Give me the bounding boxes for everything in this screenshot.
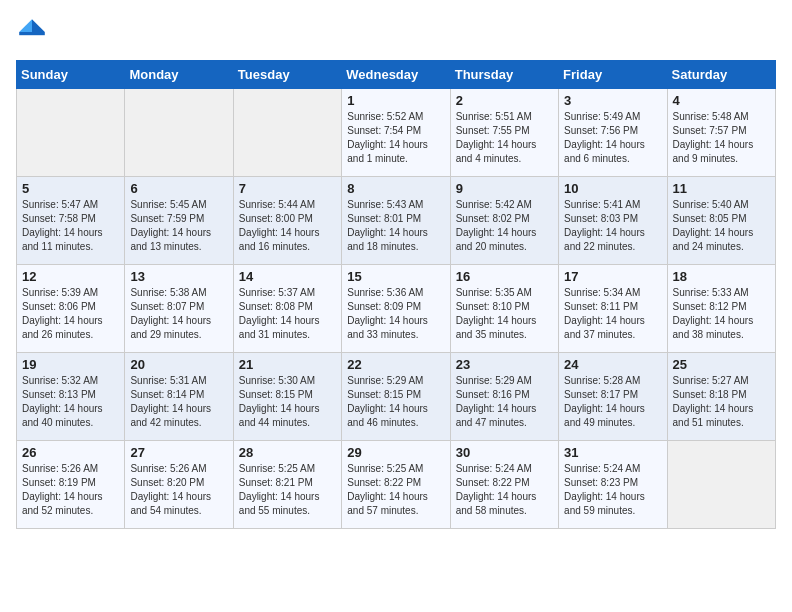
header-cell-tuesday: Tuesday bbox=[233, 61, 341, 89]
day-number: 24 bbox=[564, 357, 661, 372]
day-number: 3 bbox=[564, 93, 661, 108]
calendar-header-row: SundayMondayTuesdayWednesdayThursdayFrid… bbox=[17, 61, 776, 89]
calendar-cell bbox=[17, 89, 125, 177]
calendar-cell: 21Sunrise: 5:30 AMSunset: 8:15 PMDayligh… bbox=[233, 353, 341, 441]
calendar-cell: 23Sunrise: 5:29 AMSunset: 8:16 PMDayligh… bbox=[450, 353, 558, 441]
day-info: Sunrise: 5:33 AMSunset: 8:12 PMDaylight:… bbox=[673, 286, 770, 342]
calendar-cell: 7Sunrise: 5:44 AMSunset: 8:00 PMDaylight… bbox=[233, 177, 341, 265]
day-info: Sunrise: 5:47 AMSunset: 7:58 PMDaylight:… bbox=[22, 198, 119, 254]
calendar-cell: 13Sunrise: 5:38 AMSunset: 8:07 PMDayligh… bbox=[125, 265, 233, 353]
header-cell-sunday: Sunday bbox=[17, 61, 125, 89]
day-info: Sunrise: 5:29 AMSunset: 8:15 PMDaylight:… bbox=[347, 374, 444, 430]
day-info: Sunrise: 5:51 AMSunset: 7:55 PMDaylight:… bbox=[456, 110, 553, 166]
calendar-cell: 29Sunrise: 5:25 AMSunset: 8:22 PMDayligh… bbox=[342, 441, 450, 529]
day-number: 11 bbox=[673, 181, 770, 196]
calendar-cell: 24Sunrise: 5:28 AMSunset: 8:17 PMDayligh… bbox=[559, 353, 667, 441]
svg-marker-1 bbox=[19, 19, 32, 32]
day-info: Sunrise: 5:31 AMSunset: 8:14 PMDaylight:… bbox=[130, 374, 227, 430]
day-number: 21 bbox=[239, 357, 336, 372]
day-info: Sunrise: 5:39 AMSunset: 8:06 PMDaylight:… bbox=[22, 286, 119, 342]
day-info: Sunrise: 5:28 AMSunset: 8:17 PMDaylight:… bbox=[564, 374, 661, 430]
logo-icon bbox=[16, 16, 48, 48]
day-info: Sunrise: 5:41 AMSunset: 8:03 PMDaylight:… bbox=[564, 198, 661, 254]
header bbox=[16, 16, 776, 48]
day-number: 4 bbox=[673, 93, 770, 108]
calendar-cell: 14Sunrise: 5:37 AMSunset: 8:08 PMDayligh… bbox=[233, 265, 341, 353]
calendar-cell: 6Sunrise: 5:45 AMSunset: 7:59 PMDaylight… bbox=[125, 177, 233, 265]
day-number: 6 bbox=[130, 181, 227, 196]
header-cell-friday: Friday bbox=[559, 61, 667, 89]
calendar-cell: 31Sunrise: 5:24 AMSunset: 8:23 PMDayligh… bbox=[559, 441, 667, 529]
day-info: Sunrise: 5:37 AMSunset: 8:08 PMDaylight:… bbox=[239, 286, 336, 342]
day-number: 25 bbox=[673, 357, 770, 372]
day-number: 5 bbox=[22, 181, 119, 196]
day-info: Sunrise: 5:45 AMSunset: 7:59 PMDaylight:… bbox=[130, 198, 227, 254]
calendar-cell: 26Sunrise: 5:26 AMSunset: 8:19 PMDayligh… bbox=[17, 441, 125, 529]
day-number: 22 bbox=[347, 357, 444, 372]
day-info: Sunrise: 5:27 AMSunset: 8:18 PMDaylight:… bbox=[673, 374, 770, 430]
day-info: Sunrise: 5:25 AMSunset: 8:21 PMDaylight:… bbox=[239, 462, 336, 518]
calendar-week-2: 5Sunrise: 5:47 AMSunset: 7:58 PMDaylight… bbox=[17, 177, 776, 265]
calendar-cell: 12Sunrise: 5:39 AMSunset: 8:06 PMDayligh… bbox=[17, 265, 125, 353]
day-info: Sunrise: 5:42 AMSunset: 8:02 PMDaylight:… bbox=[456, 198, 553, 254]
day-number: 23 bbox=[456, 357, 553, 372]
day-number: 14 bbox=[239, 269, 336, 284]
day-number: 1 bbox=[347, 93, 444, 108]
day-number: 2 bbox=[456, 93, 553, 108]
calendar-cell: 3Sunrise: 5:49 AMSunset: 7:56 PMDaylight… bbox=[559, 89, 667, 177]
day-info: Sunrise: 5:26 AMSunset: 8:20 PMDaylight:… bbox=[130, 462, 227, 518]
calendar-cell: 16Sunrise: 5:35 AMSunset: 8:10 PMDayligh… bbox=[450, 265, 558, 353]
calendar-cell: 25Sunrise: 5:27 AMSunset: 8:18 PMDayligh… bbox=[667, 353, 775, 441]
day-number: 16 bbox=[456, 269, 553, 284]
day-number: 20 bbox=[130, 357, 227, 372]
calendar-week-1: 1Sunrise: 5:52 AMSunset: 7:54 PMDaylight… bbox=[17, 89, 776, 177]
calendar-cell: 27Sunrise: 5:26 AMSunset: 8:20 PMDayligh… bbox=[125, 441, 233, 529]
day-info: Sunrise: 5:40 AMSunset: 8:05 PMDaylight:… bbox=[673, 198, 770, 254]
svg-marker-0 bbox=[32, 19, 45, 32]
day-info: Sunrise: 5:44 AMSunset: 8:00 PMDaylight:… bbox=[239, 198, 336, 254]
calendar-cell: 8Sunrise: 5:43 AMSunset: 8:01 PMDaylight… bbox=[342, 177, 450, 265]
calendar-cell: 1Sunrise: 5:52 AMSunset: 7:54 PMDaylight… bbox=[342, 89, 450, 177]
day-number: 19 bbox=[22, 357, 119, 372]
day-number: 29 bbox=[347, 445, 444, 460]
day-info: Sunrise: 5:30 AMSunset: 8:15 PMDaylight:… bbox=[239, 374, 336, 430]
day-info: Sunrise: 5:38 AMSunset: 8:07 PMDaylight:… bbox=[130, 286, 227, 342]
day-info: Sunrise: 5:52 AMSunset: 7:54 PMDaylight:… bbox=[347, 110, 444, 166]
calendar-week-4: 19Sunrise: 5:32 AMSunset: 8:13 PMDayligh… bbox=[17, 353, 776, 441]
calendar-cell: 28Sunrise: 5:25 AMSunset: 8:21 PMDayligh… bbox=[233, 441, 341, 529]
calendar-body: 1Sunrise: 5:52 AMSunset: 7:54 PMDaylight… bbox=[17, 89, 776, 529]
day-number: 30 bbox=[456, 445, 553, 460]
header-cell-wednesday: Wednesday bbox=[342, 61, 450, 89]
day-info: Sunrise: 5:49 AMSunset: 7:56 PMDaylight:… bbox=[564, 110, 661, 166]
calendar-cell: 11Sunrise: 5:40 AMSunset: 8:05 PMDayligh… bbox=[667, 177, 775, 265]
day-number: 26 bbox=[22, 445, 119, 460]
day-info: Sunrise: 5:43 AMSunset: 8:01 PMDaylight:… bbox=[347, 198, 444, 254]
day-info: Sunrise: 5:35 AMSunset: 8:10 PMDaylight:… bbox=[456, 286, 553, 342]
day-info: Sunrise: 5:32 AMSunset: 8:13 PMDaylight:… bbox=[22, 374, 119, 430]
calendar-cell: 20Sunrise: 5:31 AMSunset: 8:14 PMDayligh… bbox=[125, 353, 233, 441]
day-number: 9 bbox=[456, 181, 553, 196]
day-number: 17 bbox=[564, 269, 661, 284]
day-number: 18 bbox=[673, 269, 770, 284]
calendar-cell: 17Sunrise: 5:34 AMSunset: 8:11 PMDayligh… bbox=[559, 265, 667, 353]
calendar-cell: 30Sunrise: 5:24 AMSunset: 8:22 PMDayligh… bbox=[450, 441, 558, 529]
day-info: Sunrise: 5:24 AMSunset: 8:22 PMDaylight:… bbox=[456, 462, 553, 518]
day-number: 28 bbox=[239, 445, 336, 460]
calendar-cell: 4Sunrise: 5:48 AMSunset: 7:57 PMDaylight… bbox=[667, 89, 775, 177]
day-info: Sunrise: 5:25 AMSunset: 8:22 PMDaylight:… bbox=[347, 462, 444, 518]
header-cell-thursday: Thursday bbox=[450, 61, 558, 89]
day-number: 7 bbox=[239, 181, 336, 196]
calendar-table: SundayMondayTuesdayWednesdayThursdayFrid… bbox=[16, 60, 776, 529]
day-number: 13 bbox=[130, 269, 227, 284]
header-cell-monday: Monday bbox=[125, 61, 233, 89]
day-info: Sunrise: 5:24 AMSunset: 8:23 PMDaylight:… bbox=[564, 462, 661, 518]
header-cell-saturday: Saturday bbox=[667, 61, 775, 89]
day-info: Sunrise: 5:26 AMSunset: 8:19 PMDaylight:… bbox=[22, 462, 119, 518]
calendar-cell: 19Sunrise: 5:32 AMSunset: 8:13 PMDayligh… bbox=[17, 353, 125, 441]
calendar-cell bbox=[233, 89, 341, 177]
day-number: 15 bbox=[347, 269, 444, 284]
day-number: 12 bbox=[22, 269, 119, 284]
calendar-cell: 2Sunrise: 5:51 AMSunset: 7:55 PMDaylight… bbox=[450, 89, 558, 177]
calendar-cell: 9Sunrise: 5:42 AMSunset: 8:02 PMDaylight… bbox=[450, 177, 558, 265]
calendar-week-5: 26Sunrise: 5:26 AMSunset: 8:19 PMDayligh… bbox=[17, 441, 776, 529]
